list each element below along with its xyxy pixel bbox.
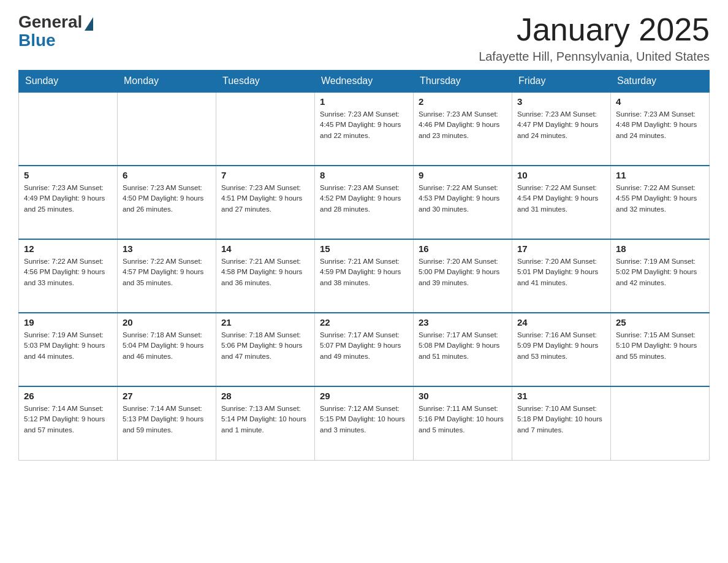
day-number: 27 bbox=[123, 391, 211, 401]
calendar-cell: 11Sunrise: 7:22 AM Sunset: 4:55 PM Dayli… bbox=[611, 166, 710, 239]
day-info: Sunrise: 7:14 AM Sunset: 5:12 PM Dayligh… bbox=[24, 404, 112, 435]
day-number: 16 bbox=[419, 243, 507, 254]
calendar-cell: 18Sunrise: 7:19 AM Sunset: 5:02 PM Dayli… bbox=[611, 239, 710, 313]
calendar-cell: 13Sunrise: 7:22 AM Sunset: 4:57 PM Dayli… bbox=[118, 239, 216, 313]
calendar-week-row: 1Sunrise: 7:23 AM Sunset: 4:45 PM Daylig… bbox=[19, 92, 710, 166]
calendar-cell: 21Sunrise: 7:18 AM Sunset: 5:06 PM Dayli… bbox=[216, 313, 315, 386]
day-info: Sunrise: 7:22 AM Sunset: 4:53 PM Dayligh… bbox=[419, 183, 507, 215]
day-info: Sunrise: 7:15 AM Sunset: 5:10 PM Dayligh… bbox=[616, 330, 704, 362]
calendar-week-row: 26Sunrise: 7:14 AM Sunset: 5:12 PM Dayli… bbox=[19, 386, 710, 460]
day-info: Sunrise: 7:23 AM Sunset: 4:50 PM Dayligh… bbox=[123, 183, 211, 215]
day-number: 12 bbox=[24, 243, 112, 254]
calendar-cell: 4Sunrise: 7:23 AM Sunset: 4:48 PM Daylig… bbox=[611, 92, 710, 166]
day-number: 8 bbox=[320, 170, 408, 180]
day-number: 20 bbox=[123, 317, 211, 327]
day-number: 28 bbox=[221, 391, 309, 401]
day-of-week-header: Thursday bbox=[414, 71, 512, 93]
calendar-cell: 8Sunrise: 7:23 AM Sunset: 4:52 PM Daylig… bbox=[315, 166, 414, 239]
day-info: Sunrise: 7:23 AM Sunset: 4:51 PM Dayligh… bbox=[221, 183, 309, 215]
day-info: Sunrise: 7:12 AM Sunset: 5:15 PM Dayligh… bbox=[320, 404, 408, 435]
calendar-cell: 5Sunrise: 7:23 AM Sunset: 4:49 PM Daylig… bbox=[19, 166, 118, 239]
calendar-cell: 12Sunrise: 7:22 AM Sunset: 4:56 PM Dayli… bbox=[19, 239, 118, 313]
calendar-cell: 2Sunrise: 7:23 AM Sunset: 4:46 PM Daylig… bbox=[414, 92, 512, 166]
calendar-cell: 24Sunrise: 7:16 AM Sunset: 5:09 PM Dayli… bbox=[512, 313, 611, 386]
day-info: Sunrise: 7:22 AM Sunset: 4:56 PM Dayligh… bbox=[24, 256, 112, 288]
day-number: 19 bbox=[24, 317, 112, 327]
day-info: Sunrise: 7:21 AM Sunset: 4:59 PM Dayligh… bbox=[320, 256, 408, 288]
calendar-cell: 28Sunrise: 7:13 AM Sunset: 5:14 PM Dayli… bbox=[216, 386, 315, 460]
day-of-week-header: Friday bbox=[512, 71, 611, 93]
day-info: Sunrise: 7:18 AM Sunset: 5:06 PM Dayligh… bbox=[221, 330, 309, 362]
calendar-cell: 16Sunrise: 7:20 AM Sunset: 5:00 PM Dayli… bbox=[414, 239, 512, 313]
logo-general-text: General bbox=[18, 12, 82, 32]
day-info: Sunrise: 7:23 AM Sunset: 4:52 PM Dayligh… bbox=[320, 183, 408, 215]
logo: General Blue bbox=[18, 12, 93, 50]
day-number: 31 bbox=[517, 391, 605, 401]
day-of-week-header: Sunday bbox=[19, 71, 118, 93]
calendar-cell bbox=[216, 92, 315, 166]
day-info: Sunrise: 7:17 AM Sunset: 5:07 PM Dayligh… bbox=[320, 330, 408, 362]
calendar-cell bbox=[19, 92, 118, 166]
day-info: Sunrise: 7:23 AM Sunset: 4:49 PM Dayligh… bbox=[24, 183, 112, 215]
calendar-header-row: SundayMondayTuesdayWednesdayThursdayFrid… bbox=[19, 71, 710, 93]
day-number: 7 bbox=[221, 170, 309, 180]
day-number: 26 bbox=[24, 391, 112, 401]
day-info: Sunrise: 7:20 AM Sunset: 5:01 PM Dayligh… bbox=[517, 256, 605, 288]
day-number: 5 bbox=[24, 170, 112, 180]
calendar-cell: 6Sunrise: 7:23 AM Sunset: 4:50 PM Daylig… bbox=[118, 166, 216, 239]
calendar-table: SundayMondayTuesdayWednesdayThursdayFrid… bbox=[18, 70, 710, 461]
day-of-week-header: Tuesday bbox=[216, 71, 315, 93]
day-number: 21 bbox=[221, 317, 309, 327]
day-info: Sunrise: 7:22 AM Sunset: 4:57 PM Dayligh… bbox=[123, 256, 211, 288]
calendar-cell: 31Sunrise: 7:10 AM Sunset: 5:18 PM Dayli… bbox=[512, 386, 611, 460]
calendar-week-row: 12Sunrise: 7:22 AM Sunset: 4:56 PM Dayli… bbox=[19, 239, 710, 313]
calendar-cell: 17Sunrise: 7:20 AM Sunset: 5:01 PM Dayli… bbox=[512, 239, 611, 313]
calendar-week-row: 5Sunrise: 7:23 AM Sunset: 4:49 PM Daylig… bbox=[19, 166, 710, 239]
day-info: Sunrise: 7:20 AM Sunset: 5:00 PM Dayligh… bbox=[419, 256, 507, 288]
day-number: 9 bbox=[419, 170, 507, 180]
calendar-week-row: 19Sunrise: 7:19 AM Sunset: 5:03 PM Dayli… bbox=[19, 313, 710, 386]
day-of-week-header: Wednesday bbox=[315, 71, 414, 93]
calendar-cell: 30Sunrise: 7:11 AM Sunset: 5:16 PM Dayli… bbox=[414, 386, 512, 460]
day-info: Sunrise: 7:19 AM Sunset: 5:02 PM Dayligh… bbox=[616, 256, 704, 288]
day-info: Sunrise: 7:23 AM Sunset: 4:48 PM Dayligh… bbox=[616, 109, 704, 141]
day-number: 22 bbox=[320, 317, 408, 327]
day-number: 17 bbox=[517, 243, 605, 254]
day-number: 23 bbox=[419, 317, 507, 327]
calendar-cell: 14Sunrise: 7:21 AM Sunset: 4:58 PM Dayli… bbox=[216, 239, 315, 313]
title-section: January 2025 Lafayette Hill, Pennsylvani… bbox=[479, 12, 710, 64]
calendar-cell: 19Sunrise: 7:19 AM Sunset: 5:03 PM Dayli… bbox=[19, 313, 118, 386]
calendar-cell bbox=[118, 92, 216, 166]
day-number: 1 bbox=[320, 96, 408, 107]
day-info: Sunrise: 7:14 AM Sunset: 5:13 PM Dayligh… bbox=[123, 404, 211, 435]
day-info: Sunrise: 7:13 AM Sunset: 5:14 PM Dayligh… bbox=[221, 404, 309, 435]
day-number: 18 bbox=[616, 243, 704, 254]
calendar-cell: 22Sunrise: 7:17 AM Sunset: 5:07 PM Dayli… bbox=[315, 313, 414, 386]
day-info: Sunrise: 7:21 AM Sunset: 4:58 PM Dayligh… bbox=[221, 256, 309, 288]
day-number: 2 bbox=[419, 96, 507, 107]
calendar-cell: 7Sunrise: 7:23 AM Sunset: 4:51 PM Daylig… bbox=[216, 166, 315, 239]
day-number: 11 bbox=[616, 170, 704, 180]
calendar-cell: 15Sunrise: 7:21 AM Sunset: 4:59 PM Dayli… bbox=[315, 239, 414, 313]
logo-blue-text: Blue bbox=[18, 31, 56, 50]
calendar-cell: 3Sunrise: 7:23 AM Sunset: 4:47 PM Daylig… bbox=[512, 92, 611, 166]
day-number: 4 bbox=[616, 96, 704, 107]
calendar-cell: 10Sunrise: 7:22 AM Sunset: 4:54 PM Dayli… bbox=[512, 166, 611, 239]
day-number: 14 bbox=[221, 243, 309, 254]
calendar-cell: 1Sunrise: 7:23 AM Sunset: 4:45 PM Daylig… bbox=[315, 92, 414, 166]
calendar-cell: 29Sunrise: 7:12 AM Sunset: 5:15 PM Dayli… bbox=[315, 386, 414, 460]
day-number: 30 bbox=[419, 391, 507, 401]
day-info: Sunrise: 7:16 AM Sunset: 5:09 PM Dayligh… bbox=[517, 330, 605, 362]
calendar-cell: 26Sunrise: 7:14 AM Sunset: 5:12 PM Dayli… bbox=[19, 386, 118, 460]
day-info: Sunrise: 7:23 AM Sunset: 4:47 PM Dayligh… bbox=[517, 109, 605, 141]
day-number: 6 bbox=[123, 170, 211, 180]
day-info: Sunrise: 7:22 AM Sunset: 4:54 PM Dayligh… bbox=[517, 183, 605, 215]
day-number: 10 bbox=[517, 170, 605, 180]
day-info: Sunrise: 7:18 AM Sunset: 5:04 PM Dayligh… bbox=[123, 330, 211, 362]
day-number: 29 bbox=[320, 391, 408, 401]
day-info: Sunrise: 7:19 AM Sunset: 5:03 PM Dayligh… bbox=[24, 330, 112, 362]
calendar-cell: 23Sunrise: 7:17 AM Sunset: 5:08 PM Dayli… bbox=[414, 313, 512, 386]
logo-triangle-icon bbox=[85, 17, 93, 31]
day-of-week-header: Monday bbox=[118, 71, 216, 93]
month-title: January 2025 bbox=[479, 12, 710, 47]
